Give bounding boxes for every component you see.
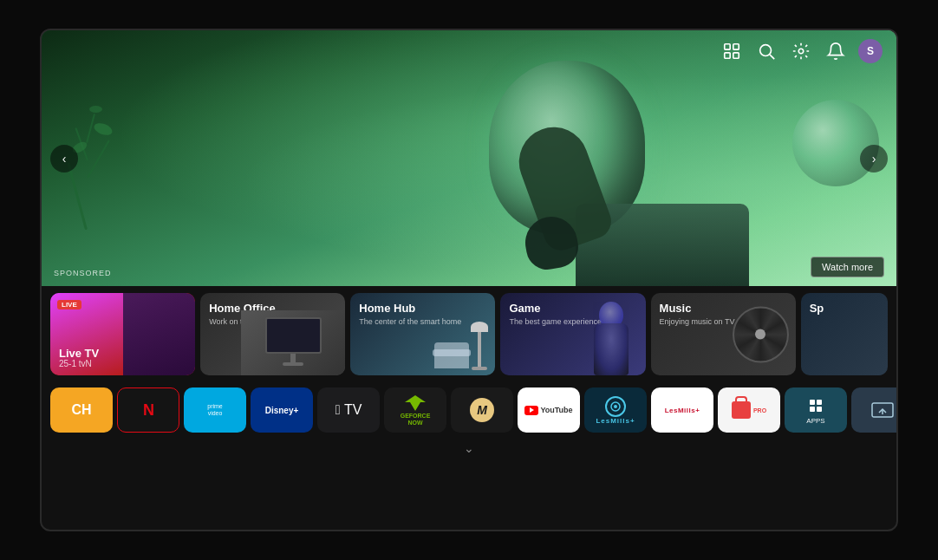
hero-next-button[interactable]: › — [860, 145, 888, 173]
screen-share-icon — [870, 401, 895, 419]
prime-logo: primevideo — [207, 403, 223, 416]
svg-point-10 — [614, 405, 617, 408]
svg-rect-1 — [725, 53, 730, 58]
notification-icon[interactable] — [824, 39, 848, 63]
svg-line-5 — [770, 55, 774, 59]
scroll-indicator: ⌄ — [42, 438, 896, 459]
app-ch[interactable]: CH — [50, 387, 113, 433]
geforce-logo-svg — [403, 394, 427, 413]
top-bar: S — [706, 30, 896, 72]
app-youtube[interactable]: YouTube — [518, 387, 580, 433]
disney-logo: Disney+ — [265, 406, 299, 415]
category-sp[interactable]: Sp — [801, 293, 888, 375]
cat-home-hub-subtitle: The center of the smart home — [359, 317, 461, 328]
live-badge: LIVE — [57, 300, 81, 309]
appletv-logo:  TV — [335, 402, 362, 418]
app-prime-video[interactable]: primevideo — [184, 387, 246, 433]
masterclass-logo: M — [470, 398, 494, 422]
svg-rect-2 — [733, 44, 739, 49]
svg-point-4 — [760, 45, 772, 56]
cat-music-title: Music — [660, 302, 692, 316]
cat-home-hub-title: Home Hub — [359, 302, 415, 316]
app-screen-share[interactable] — [851, 387, 896, 433]
ch-logo: CH — [71, 402, 91, 418]
svg-rect-0 — [725, 44, 730, 49]
svg-point-6 — [798, 49, 804, 54]
sansar-label: LesMills+ — [596, 417, 635, 425]
lesmills-logo: LesMills+ — [665, 407, 700, 414]
app-apps[interactable]: APPS — [785, 387, 847, 433]
home-hub-decoration — [471, 322, 488, 370]
apps-label: APPS — [806, 417, 824, 425]
apps-row: CH N primevideo Disney+  TV GEFORCENOW — [42, 382, 896, 438]
sponsored-label: SPONSORED — [54, 269, 112, 277]
chevron-down-icon: ⌄ — [464, 441, 474, 455]
guide-icon[interactable] — [720, 39, 744, 63]
category-game[interactable]: Game The best game experience — [500, 293, 645, 375]
tv-frame: S ‹ › SPONSORED Watch mo — [40, 29, 898, 531]
apps-grid-icon — [806, 396, 825, 415]
sansar-logo — [605, 396, 626, 417]
live-tv-channel: 25-1 tvN — [59, 359, 92, 368]
settings-icon[interactable] — [789, 39, 813, 63]
live-tv-title: Live TV — [59, 347, 99, 360]
svg-marker-7 — [405, 395, 426, 411]
svg-rect-3 — [733, 53, 739, 58]
watch-more-button[interactable]: Watch more — [811, 257, 884, 277]
svg-marker-8 — [530, 407, 534, 413]
shoptv-logo — [732, 401, 751, 419]
app-sansar[interactable]: LesMills+ — [584, 387, 647, 433]
netflix-logo: N — [143, 401, 153, 420]
home-office-image — [241, 310, 345, 375]
cat-sp-title: Sp — [810, 302, 824, 316]
category-music[interactable]: Music Enjoying music on TV — [651, 293, 796, 375]
app-lesmills[interactable]: LesMills+ — [651, 387, 713, 433]
category-live-tv[interactable]: LIVE Live TV 25-1 tvN — [50, 293, 195, 375]
game-decoration — [581, 302, 642, 375]
music-vinyl-decoration — [733, 306, 789, 362]
category-home-hub[interactable]: Home Hub The center of the smart home — [350, 293, 495, 375]
hero-figure — [515, 48, 810, 286]
app-apple-tv[interactable]:  TV — [317, 387, 380, 433]
cat-game-title: Game — [509, 302, 540, 316]
user-avatar[interactable]: S — [858, 39, 883, 63]
search-icon[interactable] — [754, 39, 778, 63]
youtube-logo: YouTube — [524, 406, 572, 415]
app-disney-plus[interactable]: Disney+ — [251, 387, 313, 433]
app-shop-tv[interactable]: PRO — [718, 387, 780, 433]
categories-row: LIVE Live TV 25-1 tvN Home Office Work o… — [42, 286, 896, 382]
geforce-label: GEFORCENOW — [401, 413, 431, 427]
hero-sphere — [792, 100, 879, 186]
app-geforce-now[interactable]: GEFORCENOW — [384, 387, 446, 433]
app-netflix[interactable]: N — [117, 387, 179, 433]
hero-plant-decoration — [68, 56, 172, 230]
cat-music-subtitle: Enjoying music on TV — [660, 317, 735, 328]
category-home-office[interactable]: Home Office Work on the big screen — [200, 293, 345, 375]
app-masterclass[interactable]: M — [451, 387, 513, 433]
hero-prev-button[interactable]: ‹ — [50, 145, 78, 173]
